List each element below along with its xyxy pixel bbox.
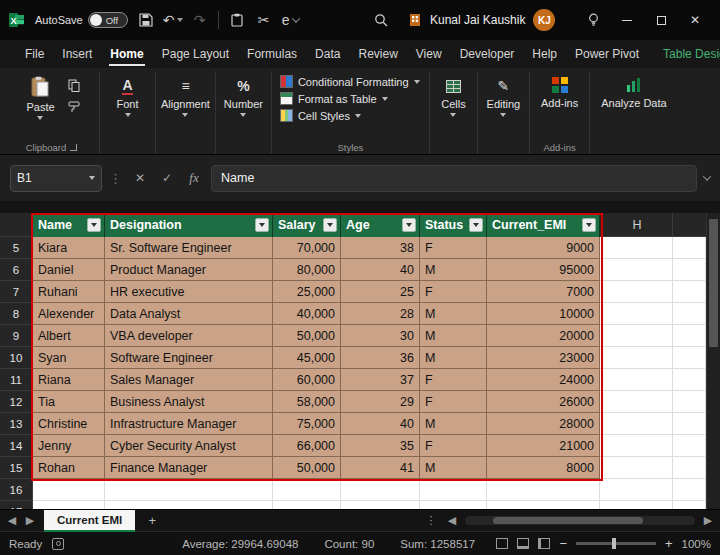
cell[interactable] xyxy=(600,303,673,325)
cell[interactable] xyxy=(600,237,673,259)
cell[interactable]: 38 xyxy=(341,237,420,259)
cell[interactable]: 50,000 xyxy=(273,457,341,479)
menu-help[interactable]: Help xyxy=(523,40,566,68)
cell[interactable]: F xyxy=(420,435,487,457)
row-header-16[interactable]: 16 xyxy=(0,479,33,501)
cell[interactable]: Sr. Software Engineer xyxy=(105,237,273,259)
cell[interactable]: 40 xyxy=(341,259,420,281)
menu-table-design[interactable]: Table Design xyxy=(654,40,720,68)
menu-formulas[interactable]: Formulas xyxy=(238,40,306,68)
horizontal-scroll-thumb[interactable] xyxy=(493,517,643,524)
name-box[interactable]: B1 xyxy=(10,165,102,192)
cell[interactable] xyxy=(341,501,420,509)
cell[interactable] xyxy=(600,369,673,391)
save-icon[interactable] xyxy=(137,11,155,29)
cell[interactable] xyxy=(273,501,341,509)
vertical-scrollbar[interactable] xyxy=(706,213,720,509)
cell[interactable] xyxy=(105,479,273,501)
cell[interactable]: 66,000 xyxy=(273,435,341,457)
cell[interactable]: 25 xyxy=(341,281,420,303)
cell[interactable]: 50,000 xyxy=(273,325,341,347)
page-layout-view-icon[interactable] xyxy=(517,538,529,549)
editing-mode-button[interactable]: e xyxy=(282,11,299,29)
tab-overflow-icon[interactable]: ⋮ xyxy=(423,514,439,527)
undo-button[interactable]: ↶ xyxy=(164,11,182,29)
name-box-dropdown[interactable] xyxy=(89,176,95,180)
cell[interactable]: 75,000 xyxy=(273,413,341,435)
cell[interactable]: Software Engineer xyxy=(105,347,273,369)
menu-insert[interactable]: Insert xyxy=(53,40,101,68)
sheet-tab-current-emi[interactable]: Current EMI xyxy=(44,510,135,532)
row-header-13[interactable]: 13 xyxy=(0,413,33,435)
new-sheet-button[interactable]: + xyxy=(143,513,161,528)
cell[interactable] xyxy=(420,479,487,501)
filter-button[interactable] xyxy=(87,218,101,232)
cell[interactable]: 41 xyxy=(341,457,420,479)
cell[interactable]: Finance Manager xyxy=(105,457,273,479)
zoom-slider[interactable] xyxy=(576,542,656,545)
column-header-h[interactable]: H xyxy=(600,213,673,237)
cell[interactable]: Syan xyxy=(33,347,105,369)
cell[interactable]: 28 xyxy=(341,303,420,325)
cell[interactable] xyxy=(420,501,487,509)
menu-home[interactable]: Home xyxy=(101,40,152,68)
column-header-age[interactable]: Age xyxy=(341,213,420,237)
prev-sheet-icon[interactable]: ◀ xyxy=(4,514,20,527)
cell[interactable]: Kiara xyxy=(33,237,105,259)
filter-button[interactable] xyxy=(402,218,416,232)
cell[interactable]: 23000 xyxy=(487,347,600,369)
cell[interactable]: 26000 xyxy=(487,391,600,413)
cell[interactable] xyxy=(600,347,673,369)
cell[interactable] xyxy=(673,281,706,303)
cell[interactable] xyxy=(673,237,706,259)
cell[interactable]: 25,000 xyxy=(273,281,341,303)
cell[interactable] xyxy=(487,479,600,501)
cell[interactable]: 20000 xyxy=(487,325,600,347)
cell[interactable]: Sales Manager xyxy=(105,369,273,391)
cell[interactable] xyxy=(673,325,706,347)
normal-view-icon[interactable] xyxy=(496,538,508,549)
cell[interactable] xyxy=(673,501,706,509)
cell[interactable]: 45,000 xyxy=(273,347,341,369)
cell[interactable] xyxy=(600,479,673,501)
vertical-scroll-thumb[interactable] xyxy=(709,219,718,347)
zoom-slider-thumb[interactable] xyxy=(612,538,616,549)
cell[interactable]: 40,000 xyxy=(273,303,341,325)
row-header-8[interactable]: 8 xyxy=(0,303,33,325)
column-header-current_emi[interactable]: Current_EMI xyxy=(487,213,600,237)
cell[interactable] xyxy=(600,435,673,457)
format-as-table-button[interactable]: Format as Table xyxy=(277,90,391,107)
cell[interactable] xyxy=(600,325,673,347)
cell[interactable]: 80,000 xyxy=(273,259,341,281)
alignment-group-button[interactable]: ≡ Alignment xyxy=(156,71,216,154)
cell[interactable] xyxy=(487,501,600,509)
cell-styles-button[interactable]: Cell Styles xyxy=(277,107,364,124)
cell[interactable]: F xyxy=(420,391,487,413)
menu-review[interactable]: Review xyxy=(349,40,406,68)
filter-button[interactable] xyxy=(469,218,483,232)
cell[interactable]: Christine xyxy=(33,413,105,435)
column-header-name[interactable]: Name xyxy=(33,213,105,237)
row-header-6[interactable]: 6 xyxy=(0,259,33,281)
cell[interactable]: Infrastructure Manager xyxy=(105,413,273,435)
cell[interactable] xyxy=(600,413,673,435)
minimize-button[interactable] xyxy=(610,0,644,40)
cell[interactable] xyxy=(600,259,673,281)
menu-page-layout[interactable]: Page Layout xyxy=(153,40,238,68)
cell[interactable] xyxy=(673,413,706,435)
cell[interactable]: 40 xyxy=(341,413,420,435)
cell[interactable]: 8000 xyxy=(487,457,600,479)
cell[interactable]: 70,000 xyxy=(273,237,341,259)
cell[interactable]: Business Analyst xyxy=(105,391,273,413)
autosave-toggle[interactable]: AutoSave Off xyxy=(35,12,128,28)
cell[interactable]: M xyxy=(420,259,487,281)
menu-developer[interactable]: Developer xyxy=(451,40,524,68)
row-header-5[interactable]: 5 xyxy=(0,237,33,259)
cell[interactable] xyxy=(673,347,706,369)
cell[interactable]: Product Manager xyxy=(105,259,273,281)
cells-group-button[interactable]: Cells xyxy=(430,71,478,154)
formula-input[interactable]: Name xyxy=(211,165,697,192)
cell[interactable] xyxy=(673,391,706,413)
cell[interactable] xyxy=(673,369,706,391)
search-icon[interactable] xyxy=(372,11,390,29)
